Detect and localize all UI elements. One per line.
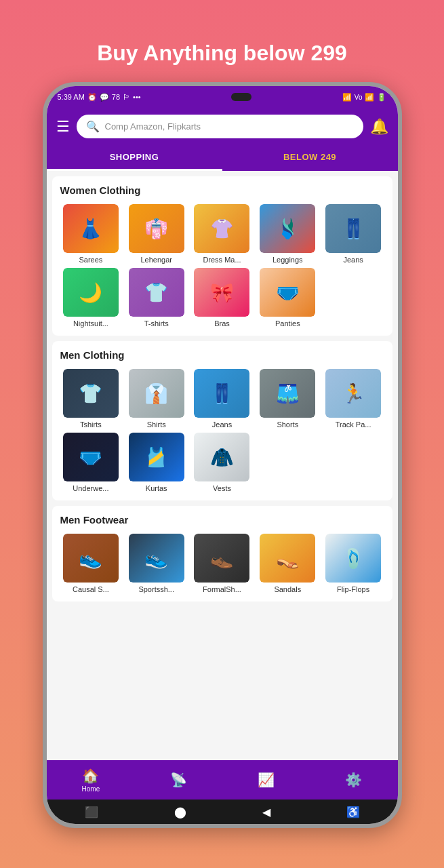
women-clothing-title: Women Clothing (60, 184, 384, 196)
category-nightsuit[interactable]: 🌙 Nightsuit... (60, 268, 122, 328)
category-flipflops[interactable]: 🩴 Flip-Flops (323, 534, 384, 593)
category-dress[interactable]: 👚 Dress Ma... (191, 204, 253, 264)
apps-icon: ⚙️ (345, 772, 362, 788)
flag-icon: 🏳 (123, 93, 130, 101)
nightsuit-label: Nightsuit... (73, 319, 108, 328)
men-footwear-section: Men Footwear 👟 Causal S... 👟 Sportssh...… (52, 506, 392, 601)
category-jeans-men[interactable]: 👖 Jeans (191, 369, 253, 429)
notch (231, 93, 251, 101)
nav-trending[interactable]: 📈 (258, 772, 275, 788)
sarees-image: 👗 (63, 204, 119, 253)
sandals-image: 👡 (260, 534, 315, 583)
trackpants-image: 🏃 (325, 369, 381, 418)
bell-icon[interactable]: 🔔 (370, 118, 388, 136)
shirts-image: 👔 (129, 369, 184, 418)
category-tshirts-men[interactable]: 👕 Tshirts (60, 369, 122, 429)
sarees-label: Sarees (79, 256, 102, 264)
formal-shoes-image: 👞 (194, 534, 249, 583)
bottom-nav: 🏠 Home 📡 📈 ⚙️ (47, 760, 398, 800)
tshirts-men-label: Tshirts (80, 420, 102, 429)
home-icon: 🏠 (82, 768, 99, 784)
trackpants-label: Track Pa... (336, 420, 371, 429)
category-shirts[interactable]: 👔 Shirts (125, 369, 187, 429)
panties-image: 🩲 (260, 268, 315, 317)
category-casual-shoes[interactable]: 👟 Causal S... (60, 534, 122, 593)
category-tshirts-women[interactable]: 👕 T-shirts (125, 268, 187, 328)
women-clothing-section: Women Clothing 👗 Sarees 👘 Lehengar 👚 Dre… (52, 176, 392, 336)
jeans-men-label: Jeans (212, 420, 232, 429)
sports-shoes-label: Sportssh... (138, 585, 174, 593)
sandals-label: Sandals (274, 585, 301, 593)
category-shorts[interactable]: 🩳 Shorts (257, 369, 319, 429)
tab-below249[interactable]: BELOW 249 (222, 145, 398, 171)
bras-image: 🎀 (194, 268, 249, 317)
jeans-women-label: Jeans (343, 256, 363, 264)
nav-radar[interactable]: 📡 (170, 772, 187, 788)
hamburger-icon[interactable]: ☰ (56, 118, 70, 136)
search-icon: 🔍 (86, 120, 100, 133)
men-clothing-title: Men Clothing (60, 349, 384, 361)
category-panties[interactable]: 🩲 Panties (257, 268, 319, 328)
men-footwear-title: Men Footwear (60, 514, 384, 526)
flipflops-label: Flip-Flops (337, 585, 369, 593)
lehenga-image: 👘 (129, 204, 184, 253)
tab-bar: SHOPPING BELOW 249 (47, 145, 398, 171)
nav-apps[interactable]: ⚙️ (345, 772, 362, 788)
category-jeans-women[interactable]: 👖 Jeans (323, 204, 384, 264)
category-sandals[interactable]: 👡 Sandals (257, 534, 319, 593)
men-footwear-grid: 👟 Causal S... 👟 Sportssh... 👞 FormalSh..… (60, 534, 384, 593)
tab-shopping[interactable]: SHOPPING (47, 145, 222, 171)
lehenga-label: Lehengar (140, 256, 172, 264)
vests-label: Vests (213, 484, 231, 492)
shorts-label: Shorts (277, 420, 298, 429)
category-lehenga[interactable]: 👘 Lehengar (125, 204, 187, 264)
underwear-label: Underwe... (73, 484, 108, 492)
android-accessibility-btn[interactable]: ♿ (346, 806, 360, 818)
jeans-men-image: 👖 (194, 369, 249, 418)
category-vests[interactable]: 🧥 Vests (191, 433, 253, 492)
women-clothing-grid: 👗 Sarees 👘 Lehengar 👚 Dress Ma... 🩱 Legg… (60, 204, 384, 328)
formal-shoes-label: FormalSh... (203, 585, 241, 593)
sports-shoes-image: 👟 (129, 534, 184, 583)
status-time: 5:39 AM (58, 93, 85, 101)
hero-text: Buy Anything below 299 (97, 41, 347, 66)
shorts-image: 🩳 (260, 369, 315, 418)
shirts-label: Shirts (147, 420, 166, 429)
kurtas-label: Kurtas (146, 484, 167, 492)
android-square-btn[interactable]: ⬛ (85, 806, 98, 818)
underwear-image: 🩲 (63, 433, 119, 481)
whatsapp-icon: 💬 (100, 93, 109, 102)
flipflops-image: 🩴 (325, 534, 381, 583)
dots-icon: ••• (133, 93, 141, 101)
casual-shoes-image: 👟 (63, 534, 119, 583)
category-bras[interactable]: 🎀 Bras (191, 268, 253, 328)
phone-frame: 5:39 AM ⏰ 💬 78 🏳 ••• 📶 Vo 📶 🔋 ☰ 🔍 Comp A… (43, 82, 402, 828)
category-leggings[interactable]: 🩱 Leggings (257, 204, 319, 264)
signal-icon: 📶 (342, 93, 352, 102)
nav-home[interactable]: 🏠 Home (82, 768, 100, 793)
nightsuit-image: 🌙 (63, 268, 119, 317)
status-right: 📶 Vo 📶 🔋 (342, 93, 387, 102)
category-underwear[interactable]: 🩲 Underwe... (60, 433, 122, 492)
men-clothing-grid: 👕 Tshirts 👔 Shirts 👖 Jeans 🩳 Shorts 🏃 (60, 369, 384, 492)
android-home-btn[interactable]: ⬤ (174, 806, 186, 818)
leggings-image: 🩱 (260, 204, 315, 253)
category-sarees[interactable]: 👗 Sarees (60, 204, 122, 264)
vo-label: Vo (355, 94, 363, 101)
category-sports-shoes[interactable]: 👟 Sportssh... (125, 534, 187, 593)
dress-label: Dress Ma... (203, 256, 241, 264)
category-trackpants[interactable]: 🏃 Track Pa... (323, 369, 384, 429)
status-number: 78 (112, 93, 120, 101)
category-kurtas[interactable]: 🎽 Kurtas (125, 433, 187, 492)
kurtas-image: 🎽 (129, 433, 184, 481)
main-content: Women Clothing 👗 Sarees 👘 Lehengar 👚 Dre… (47, 171, 398, 760)
trending-icon: 📈 (258, 772, 275, 788)
search-bar[interactable]: 🔍 Comp Amazon, Flipkarts (77, 115, 363, 138)
status-left: 5:39 AM ⏰ 💬 78 🏳 ••• (58, 93, 141, 102)
battery-icon: 🔋 (377, 93, 386, 102)
bras-label: Bras (214, 319, 230, 328)
android-back-btn[interactable]: ◀ (262, 806, 270, 818)
category-formal-shoes[interactable]: 👞 FormalSh... (191, 534, 253, 593)
dress-image: 👚 (194, 204, 249, 253)
tshirts-men-image: 👕 (63, 369, 119, 418)
